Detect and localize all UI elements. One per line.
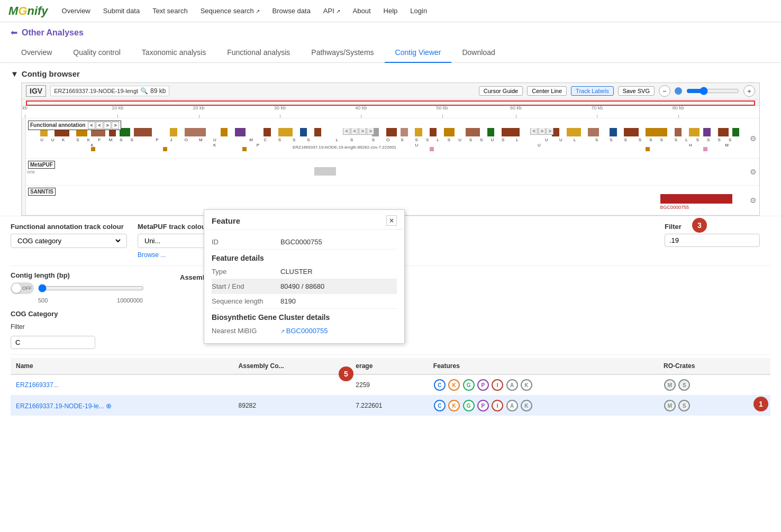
ruler-label-80: 80 kb bbox=[673, 106, 684, 111]
section-toggle[interactable]: ▼ bbox=[11, 69, 19, 78]
fa-nav-mid-3[interactable]: > bbox=[359, 128, 366, 135]
tab-download[interactable]: Download bbox=[451, 43, 505, 63]
save-svg-btn[interactable]: Save SVG bbox=[618, 86, 655, 96]
popup-type-key: Type bbox=[212, 268, 280, 276]
igv-overview-selection[interactable] bbox=[26, 100, 755, 106]
step-badge-1: 1 bbox=[753, 397, 768, 411]
cog-filter-label: Filter bbox=[11, 323, 116, 331]
tab-taxonomic-analysis[interactable]: Taxonomic analysis bbox=[131, 43, 216, 63]
fa-nav-mid-1[interactable]: < bbox=[343, 128, 350, 135]
nav-text-search[interactable]: Text search bbox=[147, 4, 193, 18]
filter-input[interactable] bbox=[665, 234, 760, 247]
fa-nav-btn-1[interactable]: < bbox=[88, 122, 95, 129]
toggle-off-label: OFF bbox=[22, 286, 32, 291]
contig-link-1[interactable]: ERZ1669337... bbox=[16, 381, 59, 389]
range-labels: 500 10000000 bbox=[11, 297, 143, 304]
divider-2 bbox=[11, 354, 770, 355]
fa-nav-btn-2[interactable]: < bbox=[96, 122, 103, 129]
badge-K2-2[interactable]: K bbox=[521, 400, 532, 411]
tab-pathways[interactable]: Pathways/Systems bbox=[301, 43, 384, 63]
tab-overview[interactable]: Overview bbox=[11, 43, 62, 63]
fa-nav-right-1[interactable]: < bbox=[530, 128, 538, 135]
popup-close-btn[interactable]: × bbox=[386, 215, 397, 226]
nav-api[interactable]: API bbox=[318, 4, 346, 18]
contig-link-icon: ⊕ bbox=[106, 402, 112, 410]
badge-I-1[interactable]: I bbox=[492, 379, 503, 391]
nav-submit-data[interactable]: Submit data bbox=[98, 4, 145, 18]
badge-S-2[interactable]: S bbox=[678, 400, 690, 411]
badge-A-2[interactable]: A bbox=[506, 400, 518, 411]
badge-I-2[interactable]: I bbox=[492, 400, 503, 411]
step-badge-3: 3 bbox=[692, 218, 707, 233]
zoom-out-btn[interactable]: − bbox=[659, 85, 670, 97]
badge-P-1[interactable]: P bbox=[477, 379, 489, 391]
badge-P-2[interactable]: P bbox=[477, 400, 489, 411]
ruler-label-50: 50 kb bbox=[437, 106, 448, 111]
metapuf-track-settings[interactable]: ⚙ bbox=[747, 159, 759, 185]
track-label-col-fa bbox=[22, 118, 26, 158]
contig-length-toggle[interactable]: OFF bbox=[11, 282, 34, 294]
fa-small-box-3 bbox=[242, 147, 247, 151]
back-icon[interactable]: ⬅ bbox=[11, 27, 17, 38]
search-size: 89 kb bbox=[150, 87, 166, 95]
badge-S-1[interactable]: S bbox=[678, 379, 690, 391]
zoom-slider[interactable] bbox=[686, 87, 739, 95]
badge-A-1[interactable]: A bbox=[506, 379, 518, 391]
step-badge-5: 5 bbox=[339, 366, 353, 381]
badge-K-1[interactable]: K bbox=[448, 379, 460, 391]
nav-sequence-search[interactable]: Sequence search bbox=[195, 4, 265, 18]
slider-max-label: 10000000 bbox=[117, 297, 143, 304]
badge-M-1[interactable]: M bbox=[664, 379, 676, 391]
logo[interactable]: MGnify bbox=[8, 4, 48, 18]
fa-nav-btn-3[interactable]: > bbox=[104, 122, 111, 129]
fa-nav-btn-4[interactable]: > bbox=[112, 122, 119, 129]
td-features-2: C K G P I A K bbox=[428, 396, 658, 416]
popup-mibig-link[interactable]: BGC0000755 bbox=[280, 327, 328, 335]
badge-K2-1[interactable]: K bbox=[521, 379, 532, 391]
track-labels-btn[interactable]: Track Labels bbox=[571, 86, 614, 96]
track-label-col-metapuf bbox=[22, 159, 26, 185]
fa-nav-right-2[interactable]: > bbox=[538, 128, 546, 135]
tab-quality-control[interactable]: Quality control bbox=[62, 43, 131, 63]
nav-browse-data[interactable]: Browse data bbox=[267, 4, 316, 18]
zoom-in-btn[interactable]: + bbox=[743, 85, 755, 97]
sanntis-cluster-box[interactable] bbox=[660, 194, 732, 204]
fa-nav-mid-2[interactable]: < bbox=[351, 128, 358, 135]
fa-nav-mid-4[interactable]: > bbox=[367, 128, 374, 135]
table-section: 1 5 Name Assembly Co... erage Features R… bbox=[11, 358, 770, 416]
td-coverage-2: 7.222601 bbox=[350, 396, 428, 416]
tab-contig-viewer[interactable]: Contig Viewer bbox=[385, 43, 452, 63]
popup-mibig-row: Nearest MiBIG BGC0000755 bbox=[212, 324, 397, 338]
track-label-col-sanntis bbox=[22, 186, 26, 215]
badge-K-2[interactable]: K bbox=[448, 400, 460, 411]
contig-length-label: Contig length (bp) bbox=[11, 271, 169, 279]
badge-C-1[interactable]: C bbox=[434, 379, 446, 391]
cursor-guide-btn[interactable]: Cursor Guide bbox=[479, 86, 523, 96]
contig-link-2[interactable]: ERZ1669337.19-NODE-19-le... bbox=[16, 402, 104, 410]
nav-login[interactable]: Login bbox=[405, 4, 432, 18]
contig-length-slider[interactable] bbox=[38, 284, 144, 292]
nav-about[interactable]: About bbox=[348, 4, 376, 18]
fa-colour-select-wrapper[interactable]: COG category bbox=[11, 234, 127, 248]
sanntis-track-settings[interactable]: ⚙ bbox=[747, 186, 759, 215]
popup-bgc-title: Biosynthetic Gene Cluster details bbox=[212, 309, 397, 324]
fa-contig-id: ERZ1669337.19-NODE-19-length-89282-cov-7… bbox=[293, 145, 396, 150]
nav-overview[interactable]: Overview bbox=[57, 4, 96, 18]
igv-search-box[interactable]: ERZ1669337.19-NODE-19-lengt 🔍 89 kb bbox=[50, 86, 169, 96]
badge-G-1[interactable]: G bbox=[463, 379, 475, 391]
fa-colour-select[interactable]: COG category bbox=[15, 236, 122, 245]
td-assembly-1 bbox=[233, 374, 351, 396]
cog-filter-input[interactable] bbox=[11, 336, 95, 349]
badge-M-2[interactable]: M bbox=[664, 400, 676, 411]
center-line-btn[interactable]: Center Line bbox=[527, 86, 567, 96]
tabs: Overview Quality control Taxonomic analy… bbox=[0, 43, 781, 63]
popup-type-value: CLUSTER bbox=[280, 268, 313, 276]
ruler-label-20: 20 kb bbox=[193, 106, 205, 111]
badge-C-2[interactable]: C bbox=[434, 400, 446, 411]
page-header: ⬅ Other Analyses bbox=[0, 22, 781, 43]
tab-functional-analysis[interactable]: Functional analysis bbox=[216, 43, 301, 63]
fa-track-settings[interactable]: ⚙ bbox=[747, 118, 759, 158]
fa-nav-right-3[interactable]: > bbox=[546, 128, 553, 135]
nav-help[interactable]: Help bbox=[378, 4, 403, 18]
badge-G-2[interactable]: G bbox=[463, 400, 475, 411]
